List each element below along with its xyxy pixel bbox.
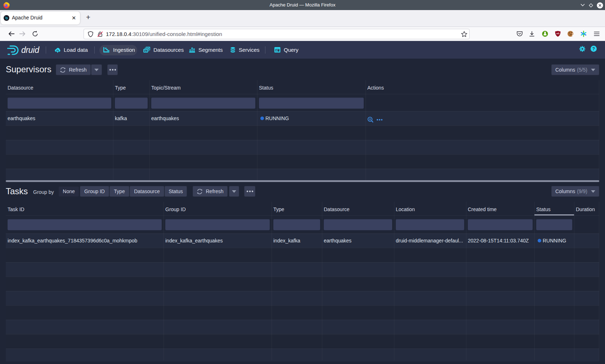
svg-text:?: ? bbox=[592, 46, 595, 51]
svg-text:uO: uO bbox=[556, 32, 560, 35]
